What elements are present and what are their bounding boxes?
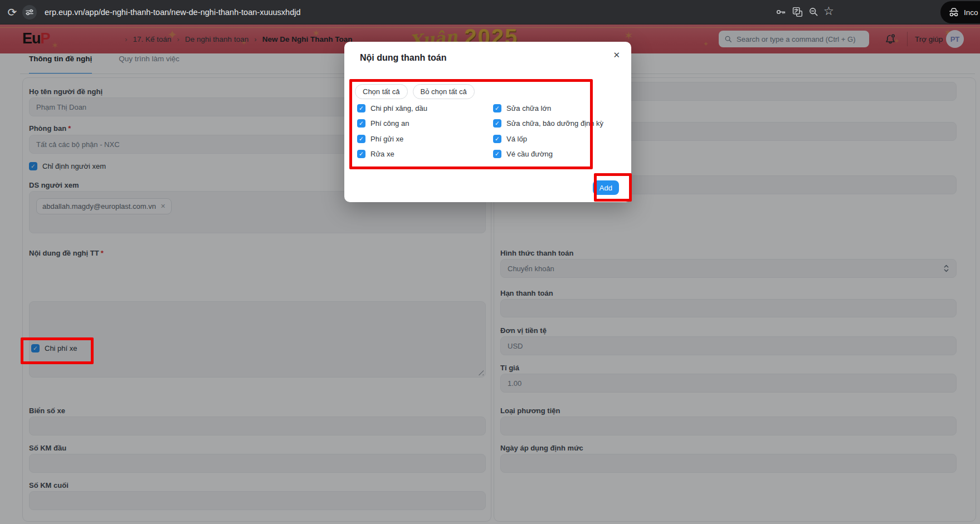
option-row: Phí công an bbox=[357, 119, 409, 128]
address-bar[interactable]: erp.eup.vn/app/de-nghi-thanh-toan/new-de… bbox=[45, 0, 300, 25]
site-info-icon[interactable] bbox=[22, 5, 37, 19]
option-checkbox[interactable] bbox=[493, 135, 501, 143]
modal-title: Nội dung thanh toán bbox=[360, 53, 447, 63]
option-checkbox[interactable] bbox=[493, 150, 501, 158]
option-row: Sửa chữa lớn bbox=[493, 104, 551, 112]
option-checkbox[interactable] bbox=[357, 135, 365, 143]
option-checkbox[interactable] bbox=[493, 104, 501, 112]
password-key-icon[interactable] bbox=[775, 6, 787, 18]
bookmark-star-icon[interactable]: ☆ bbox=[823, 4, 834, 18]
add-button[interactable]: Add bbox=[593, 180, 619, 195]
option-checkbox[interactable] bbox=[357, 150, 365, 158]
option-checkbox[interactable] bbox=[357, 119, 365, 128]
incognito-label: Inco bbox=[964, 8, 978, 17]
option-row: Rửa xe bbox=[357, 150, 394, 158]
modal-actions: Chọn tất cả Bỏ chọn tất cả bbox=[355, 84, 475, 99]
page: ⟳ erp.eup.vn/app/de-nghi-thanh-toan/new-… bbox=[0, 0, 980, 524]
payment-content-modal: Nội dung thanh toán ✕ Chọn tất cả Bỏ chọ… bbox=[344, 42, 631, 202]
incognito-icon bbox=[948, 7, 960, 17]
select-all-button[interactable]: Chọn tất cả bbox=[355, 84, 408, 99]
reload-icon[interactable]: ⟳ bbox=[6, 5, 19, 19]
close-icon[interactable]: ✕ bbox=[613, 50, 620, 60]
deselect-all-button[interactable]: Bỏ chọn tất cả bbox=[413, 84, 475, 99]
option-row: Phí gửi xe bbox=[357, 135, 403, 143]
option-checkbox[interactable] bbox=[493, 119, 501, 128]
option-row: Sửa chữa, bảo dưỡng định kỳ bbox=[493, 119, 603, 128]
browser-bar: ⟳ erp.eup.vn/app/de-nghi-thanh-toan/new-… bbox=[0, 0, 980, 25]
option-row: Vá lốp bbox=[493, 135, 527, 143]
incognito-badge: Inco bbox=[940, 1, 980, 23]
translate-icon[interactable] bbox=[792, 6, 803, 18]
option-checkbox[interactable] bbox=[357, 104, 365, 112]
search-zoom-icon[interactable] bbox=[808, 6, 819, 17]
option-row: Vé cầu đường bbox=[493, 150, 553, 158]
option-row: Chi phí xăng, dầu bbox=[357, 104, 427, 112]
